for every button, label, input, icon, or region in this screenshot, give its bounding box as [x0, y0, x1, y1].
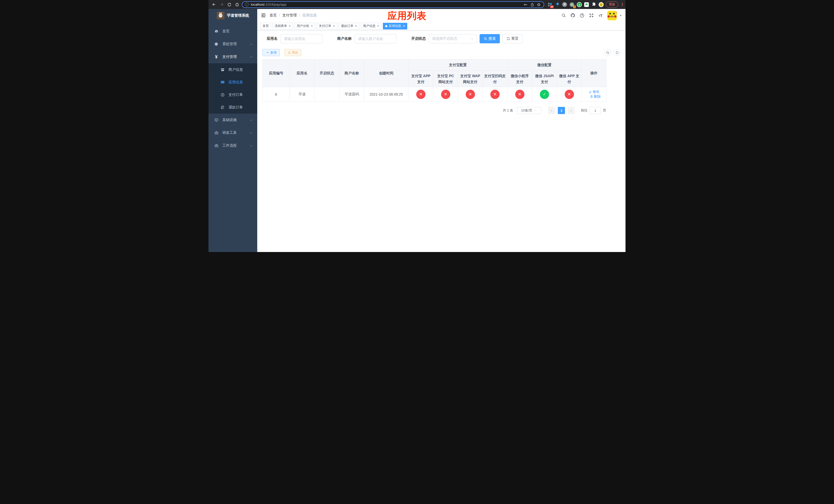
close-icon[interactable]: ✕	[377, 24, 379, 28]
browser-update-button[interactable]: 更新	[606, 1, 618, 8]
reload-icon[interactable]	[226, 2, 232, 7]
home-icon[interactable]	[234, 2, 240, 7]
sidebar-item-home[interactable]: 首页	[208, 25, 257, 38]
yen-icon: ¥	[214, 54, 219, 60]
sidebar-item-infrastructure[interactable]: 基础设施	[208, 114, 257, 127]
profile-avatar-icon[interactable]	[598, 2, 604, 7]
extension-puzzle-icon[interactable]	[591, 2, 596, 7]
close-icon[interactable]: ✕	[333, 24, 335, 28]
table-search-toggle-button[interactable]	[604, 49, 611, 56]
chevron-down-icon	[250, 144, 253, 147]
password-key-icon[interactable]	[523, 2, 528, 7]
goto-page-input[interactable]	[590, 107, 601, 114]
breadcrumb-current: 应用信息	[302, 13, 317, 18]
user-avatar[interactable]	[607, 11, 617, 20]
col-app-id: 应用编号	[263, 60, 290, 87]
app-name-input[interactable]	[281, 34, 322, 43]
status-cross-icon: ✕	[466, 90, 475, 99]
sidebar-item-payment[interactable]: ¥ 支付管理	[208, 50, 257, 63]
close-icon[interactable]: ✕	[403, 24, 405, 28]
share-icon[interactable]	[530, 2, 534, 7]
breadcrumb-home[interactable]: 首页	[269, 13, 277, 18]
export-button[interactable]: 导出	[284, 49, 301, 56]
github-icon[interactable]	[570, 13, 575, 18]
close-icon[interactable]: ✕	[355, 24, 357, 28]
grid-icon	[220, 80, 225, 84]
address-bar[interactable]: i localhost:1024/pay/app	[242, 1, 544, 8]
status-select[interactable]: 请选择开启状态	[429, 34, 477, 43]
extension-y-icon[interactable]: y	[577, 2, 582, 7]
sidebar-item-merchant-info[interactable]: 商户信息	[208, 63, 257, 76]
col-alipay-app: 支付宝 APP 支付	[409, 71, 433, 87]
browser-chrome: i localhost:1024/pay/app 10 ⌘	[208, 0, 626, 9]
sidebar-item-dev-tools[interactable]: 研发工具	[208, 127, 257, 139]
shop-icon	[220, 68, 225, 72]
plus-icon: ＋	[266, 50, 269, 55]
breadcrumb-payment[interactable]: 支付管理	[282, 13, 297, 18]
tag-process-form[interactable]: 流程表单✕	[272, 23, 293, 29]
tag-home[interactable]: 首页	[260, 23, 271, 29]
browser-menu-icon[interactable]: ⋮	[620, 2, 623, 7]
sidebar: 芋道管理系统 首页 系统管理 ¥ 支付管理	[208, 9, 257, 252]
table-refresh-button[interactable]	[614, 49, 620, 56]
help-icon[interactable]	[579, 13, 585, 18]
cell-merchant: 芋道源码	[339, 87, 364, 101]
dashboard-icon	[214, 29, 219, 33]
extension-command-icon[interactable]: ⌘	[562, 2, 567, 7]
sidebar-item-refund-order[interactable]: 退款订单	[208, 101, 257, 114]
sidebar-item-label: 基础设施	[222, 118, 237, 122]
extensions-strip: 10 ⌘ 1 y	[546, 2, 604, 7]
status-cross-icon: ✕	[490, 90, 500, 99]
col-group-wechat: 微信配置	[507, 60, 581, 71]
page-number-1[interactable]: 1	[558, 107, 565, 114]
site-info-icon[interactable]: i	[245, 3, 249, 6]
app-logo-row[interactable]: 芋道管理系统	[208, 9, 257, 22]
merchant-name-input[interactable]	[355, 34, 396, 43]
navbar-actions: TT ▼	[561, 11, 622, 20]
tag-app-info[interactable]: 应用信息✕	[383, 23, 407, 29]
extension-kite-icon[interactable]	[555, 2, 560, 7]
extension-tiles-icon[interactable]: 10	[547, 2, 552, 7]
bookmark-star-icon[interactable]	[536, 2, 541, 7]
chevron-up-icon	[250, 55, 253, 59]
delete-link[interactable]: 删除	[590, 94, 601, 99]
forward-icon[interactable]	[219, 2, 224, 7]
sidebar-item-system[interactable]: 系统管理	[208, 38, 257, 50]
toolbox-icon	[214, 131, 219, 135]
tag-user-group[interactable]: 用户分组✕	[294, 23, 315, 29]
edit-link[interactable]: 修改	[589, 90, 599, 94]
sidebar-fold-icon[interactable]	[261, 13, 266, 18]
fullscreen-icon[interactable]	[589, 13, 594, 18]
sidebar-item-label: 应用信息	[228, 80, 243, 85]
sidebar-item-app-info[interactable]: 应用信息	[208, 76, 257, 88]
close-icon[interactable]: ✕	[311, 24, 313, 28]
add-button[interactable]: ＋ 新增	[262, 49, 280, 56]
back-icon[interactable]	[211, 2, 217, 7]
sidebar-item-label: 支付订单	[228, 93, 243, 97]
search-icon[interactable]	[561, 13, 566, 18]
search-button[interactable]: 搜索	[480, 34, 500, 43]
extension-recorder-icon[interactable]: 1	[569, 2, 574, 7]
prev-page-button[interactable]: ‹	[548, 107, 555, 114]
close-icon[interactable]: ✕	[288, 24, 291, 28]
tag-pay-order[interactable]: 支付订单✕	[316, 23, 337, 29]
table-row: 6 芋道 芋道源码 2021-10-23 08:49:25 ✕ ✕ ✕ ✕ ✕ …	[263, 87, 607, 101]
extension-badge: 1	[573, 5, 576, 8]
status-cross-icon: ✕	[441, 90, 450, 99]
sidebar-item-pay-order[interactable]: 支付订单	[208, 88, 257, 101]
extension-chat-icon[interactable]	[584, 2, 589, 7]
avatar-caret-icon[interactable]: ▼	[619, 14, 622, 17]
tag-refund-order[interactable]: 退款订单✕	[339, 23, 359, 29]
sidebar-item-workflow[interactable]: 工作流程	[208, 139, 257, 152]
chevron-down-icon	[471, 38, 474, 40]
status-check-icon: ✓	[540, 90, 549, 99]
next-page-button[interactable]: ›	[568, 107, 575, 114]
cell-wx-jsapi: ✓	[532, 87, 557, 101]
tag-merchant-info[interactable]: 商户信息✕	[361, 23, 381, 29]
font-size-icon[interactable]: TT	[598, 13, 603, 18]
reset-button[interactable]: 重置	[502, 34, 523, 43]
page-size-select[interactable]: 10条/页	[517, 107, 541, 114]
cell-alipay-pc: ✕	[433, 87, 458, 101]
goto-page: 前往 页	[581, 107, 606, 114]
status-cross-icon: ✕	[565, 90, 574, 99]
